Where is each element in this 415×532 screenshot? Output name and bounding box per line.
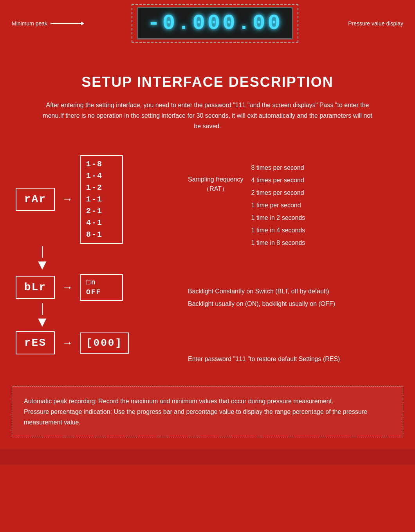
- blt-off-item: OFF: [86, 288, 117, 297]
- rat-info: Sampling frequency （RAT） 8 times per sec…: [188, 159, 399, 248]
- res-info-text: Enter password "111 "to restore default …: [188, 356, 340, 362]
- setup-title: SETUP INTERFACE DESCRIPTION: [23, 74, 392, 90]
- freq-list: 8 times per second 4 times per second 2 …: [251, 163, 305, 248]
- pressure-value-display-label: Pressure value display: [348, 20, 403, 27]
- right-info: Sampling frequency （RAT） 8 times per sec…: [180, 155, 399, 363]
- rat-menu-item-1: 1-8: [86, 159, 117, 169]
- arrow-down-2: ▼: [35, 303, 49, 329]
- rat-menu-item-2: 1-4: [86, 171, 117, 181]
- setup-section: SETUP INTERFACE DESCRIPTION After enteri…: [0, 50, 415, 140]
- display-value: -0.000.00: [144, 11, 285, 35]
- arrow-line: [51, 23, 82, 24]
- res-info: Enter password "111 "to restore default …: [188, 356, 399, 363]
- note-text-1: Automatic peak recording: Record the max…: [24, 396, 391, 406]
- freq-item-1: 8 times per second: [251, 163, 305, 173]
- rat-menu-box: 1-8 1-4 1-2 1-1 2-1 4-1 8-1: [80, 155, 123, 244]
- freq-item-7: 1 time in 8 seconds: [251, 238, 305, 248]
- rat-label: rAr: [24, 193, 46, 205]
- arrow-down-1: ▼: [35, 246, 49, 272]
- freq-item-5: 1 time in 2 seconds: [251, 213, 305, 223]
- rat-menu-item-6: 4-1: [86, 218, 117, 228]
- blt-info: Backlight Constantly on Switch (BLT, off…: [188, 287, 399, 309]
- arrow-down-icon-2: ▼: [35, 315, 49, 329]
- blt-info-text-1: Backlight Constantly on Switch (BLT, off…: [188, 287, 399, 296]
- res-value: [000]: [86, 337, 123, 349]
- blt-on-item: □n: [86, 278, 117, 287]
- rat-menu-item-3: 1-2: [86, 183, 117, 193]
- arrow-stem-2: [42, 303, 43, 315]
- blt-info-text-2: Backlight usually on (ON), backlight usu…: [188, 299, 399, 309]
- blt-display-box: bLr: [16, 276, 55, 299]
- res-value-box: [000]: [80, 332, 129, 354]
- left-diagram: rAr → 1-8 1-4 1-2 1-1 2-1 4-1 8-1 ▼ bLr …: [16, 155, 180, 363]
- note-text-2: Pressure percentage indication: Use the …: [24, 406, 391, 428]
- freq-item-6: 1 time in 4 seconds: [251, 226, 305, 235]
- sampling-label: Sampling frequency （RAT）: [188, 175, 243, 194]
- top-section: Minimum peak -0.000.00 Pressure value di…: [0, 0, 415, 50]
- res-row: rES → [000]: [16, 331, 129, 354]
- rat-menu-item-4: 1-1: [86, 194, 117, 205]
- rat-arrow: →: [62, 193, 73, 206]
- blt-menu-box: □n OFF: [80, 274, 123, 301]
- bottom-space: [0, 449, 415, 465]
- blt-row: bLr → □n OFF: [16, 274, 123, 301]
- setup-description: After entering the setting interface, yo…: [39, 100, 376, 132]
- pressure-display-box: -0.000.00: [132, 4, 298, 43]
- diagram-section: rAr → 1-8 1-4 1-2 1-1 2-1 4-1 8-1 ▼ bLr …: [0, 140, 415, 370]
- freq-item-4: 1 time per second: [251, 201, 305, 210]
- rat-menu-item-5: 2-1: [86, 206, 117, 216]
- arrow-down-icon-1: ▼: [35, 258, 49, 272]
- note-section: Automatic peak recording: Record the max…: [12, 386, 403, 438]
- minimum-peak-label: Minimum peak: [12, 20, 82, 27]
- pressure-display: -0.000.00: [137, 7, 293, 40]
- blt-label: bLr: [24, 281, 46, 293]
- blt-arrow: →: [62, 281, 73, 294]
- rat-menu-item-7: 8-1: [86, 230, 117, 240]
- res-label: rES: [24, 337, 46, 349]
- freq-item-2: 4 times per second: [251, 176, 305, 185]
- res-arrow: →: [62, 337, 73, 349]
- minimum-peak-text: Minimum peak: [12, 20, 47, 27]
- freq-item-3: 2 times per second: [251, 188, 305, 198]
- arrow-stem-1: [42, 246, 43, 258]
- rat-display-box: rAr: [16, 188, 55, 211]
- rat-row: rAr → 1-8 1-4 1-2 1-1 2-1 4-1 8-1: [16, 155, 123, 244]
- res-display-box: rES: [16, 331, 55, 354]
